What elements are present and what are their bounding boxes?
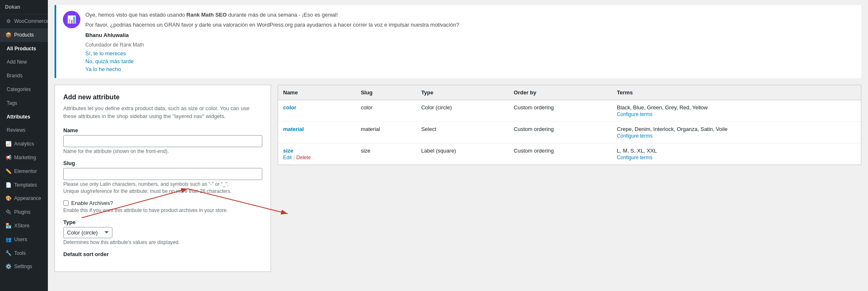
- sidebar-item-plugins[interactable]: 🔌 Plugins: [0, 205, 48, 219]
- attr-actions-2: Edit|Delete: [283, 155, 351, 160]
- settings-icon: ⚙️: [5, 263, 12, 270]
- attr-orderby-cell-1: Custom ordering: [509, 121, 612, 143]
- notice-link-later[interactable]: No, quizá más tarde: [85, 58, 855, 64]
- attr-delete-link[interactable]: Delete: [296, 155, 311, 160]
- slug-field-group: Slug Please use only Latin characters, n…: [63, 160, 262, 194]
- attr-name-cell-1: material: [278, 121, 356, 143]
- notice-link-yes[interactable]: Sí, te lo mereces: [85, 50, 855, 57]
- attr-name-cell-2: sizeEdit|Delete: [278, 143, 356, 165]
- main-content: 📊 Oye, hemos visto que has estado usando…: [48, 0, 868, 291]
- type-select[interactable]: Color (circle) Select Label (square) Tex…: [63, 227, 112, 238]
- form-title: Add new attribute: [63, 94, 262, 101]
- sidebar-item-xstore[interactable]: 🏪 XStore: [0, 219, 48, 233]
- col-slug: Slug: [356, 85, 416, 100]
- analytics-icon: 📈: [5, 141, 12, 148]
- sidebar-item-brands[interactable]: Brands: [0, 69, 48, 83]
- woocommerce-icon: ⚙: [5, 18, 12, 25]
- attr-slug-cell-1: material: [356, 121, 416, 143]
- sidebar-item-add-new[interactable]: Add New: [0, 55, 48, 69]
- type-field-group: Type Color (circle) Select Label (square…: [63, 219, 262, 245]
- sidebar-item-marketing[interactable]: 📢 Marketing: [0, 151, 48, 165]
- attr-terms-cell-0: Black, Blue, Green, Grey, Red, YellowCon…: [612, 100, 861, 121]
- default-sort-field: Default sort order: [63, 251, 262, 257]
- attr-orderby-cell-2: Custom ordering: [509, 143, 612, 165]
- sidebar-item-woocommerce[interactable]: ⚙ WooCommerce: [0, 15, 48, 28]
- notice-line2: Por favor, ¿podrías hacernos un GRAN fav…: [85, 21, 855, 29]
- attr-slug-cell-2: size: [356, 143, 416, 165]
- attr-name-link-1[interactable]: material: [283, 126, 351, 132]
- notice-line1: Oye, hemos visto que has estado usando R…: [85, 11, 855, 19]
- marketing-icon: 📢: [5, 154, 12, 161]
- attr-type-cell-2: Label (square): [416, 143, 509, 165]
- col-name: Name: [278, 85, 356, 100]
- slug-label: Slug: [63, 160, 262, 166]
- name-note: Name for the attribute (shown on the fro…: [63, 148, 262, 154]
- avatar-icon: 📊: [67, 15, 76, 24]
- tools-icon: 🔧: [5, 250, 12, 257]
- enable-archives-note: Enable this if you want this attribute t…: [63, 207, 262, 213]
- attributes-area: Add new attribute Attributes let you def…: [55, 85, 861, 272]
- name-label: Name: [63, 127, 262, 133]
- attributes-table: Name Slug Type Order by Terms colorcolor…: [278, 85, 861, 165]
- xstore-icon: 🏪: [5, 222, 12, 229]
- sidebar-item-templates[interactable]: 📄 Templates: [0, 178, 48, 192]
- col-terms: Terms: [612, 85, 861, 100]
- attr-type-cell-1: Select: [416, 121, 509, 143]
- attr-configure-link-2[interactable]: Configure terms: [617, 155, 856, 160]
- default-sort-label: Default sort order: [63, 251, 262, 257]
- sidebar: Dokan ⚙ WooCommerce 📦 Products All Produ…: [0, 0, 48, 291]
- form-description: Attributes let you define extra product …: [63, 104, 262, 121]
- plugins-icon: 🔌: [5, 209, 12, 216]
- notice-author: Bhanu Ahluwalia: [85, 31, 855, 39]
- sidebar-item-categories[interactable]: Categories: [0, 83, 48, 96]
- sidebar-item-users[interactable]: 👥 Users: [0, 233, 48, 247]
- dokan-logo-text: Dokan: [5, 4, 20, 10]
- table-row: materialmaterialSelectCustom orderingCre…: [278, 121, 861, 143]
- products-icon: 📦: [5, 32, 12, 39]
- attr-name-cell-0: color: [278, 100, 356, 121]
- type-note: Determines how this attribute's values a…: [63, 239, 262, 245]
- slug-note1: Please use only Latin characters, number…: [63, 181, 262, 187]
- notice-role: Cofundador de Rank Math: [85, 41, 855, 49]
- attr-configure-link-1[interactable]: Configure terms: [617, 133, 856, 139]
- name-input[interactable]: [63, 135, 262, 147]
- attr-orderby-cell-0: Custom ordering: [509, 100, 612, 121]
- enable-archives-label[interactable]: Enable Archives?: [71, 200, 113, 206]
- attr-name-link-2[interactable]: size: [283, 148, 351, 154]
- notice-banner: 📊 Oye, hemos visto que has estado usando…: [55, 5, 861, 78]
- sidebar-item-reviews[interactable]: Reviews: [0, 123, 48, 137]
- action-separator: |: [293, 155, 295, 160]
- attr-configure-link-0[interactable]: Configure terms: [617, 111, 856, 117]
- notice-avatar: 📊: [63, 11, 80, 28]
- sidebar-item-analytics[interactable]: 📈 Analytics: [0, 137, 48, 151]
- table-row: sizeEdit|DeletesizeLabel (square)Custom …: [278, 143, 861, 165]
- attr-terms-cell-2: L, M, S, XL, XXLConfigure terms: [612, 143, 861, 165]
- sidebar-item-products[interactable]: 📦 Products: [0, 28, 48, 42]
- sidebar-item-all-products[interactable]: All Products: [0, 42, 48, 56]
- add-attribute-form: Add new attribute Attributes let you def…: [55, 85, 271, 272]
- slug-note2: Unique slug/reference for the attribute;…: [63, 188, 262, 194]
- users-icon: 👥: [5, 236, 12, 243]
- col-order-by: Order by: [509, 85, 612, 100]
- attributes-table-wrap: Name Slug Type Order by Terms colorcolor…: [278, 85, 861, 165]
- attr-slug-cell-0: color: [356, 100, 416, 121]
- sidebar-item-attributes[interactable]: Attributes: [0, 110, 48, 124]
- sidebar-item-tools[interactable]: 🔧 Tools: [0, 247, 48, 260]
- elementor-icon: ✏️: [5, 168, 12, 175]
- col-type: Type: [416, 85, 509, 100]
- sidebar-logo: Dokan: [0, 0, 48, 15]
- sidebar-item-elementor[interactable]: ✏️ Elementor: [0, 165, 48, 178]
- enable-archives-checkbox[interactable]: [63, 200, 69, 206]
- attr-edit-link[interactable]: Edit: [283, 155, 292, 160]
- attr-type-cell-0: Color (circle): [416, 100, 509, 121]
- sidebar-item-appearance[interactable]: 🎨 Appearance: [0, 192, 48, 205]
- attr-name-link-0[interactable]: color: [283, 104, 351, 111]
- enable-archives-field: Enable Archives? Enable this if you want…: [63, 200, 262, 213]
- sidebar-item-settings[interactable]: ⚙️ Settings: [0, 260, 48, 274]
- sidebar-item-tags[interactable]: Tags: [0, 96, 48, 110]
- table-row: colorcolorColor (circle)Custom orderingB…: [278, 100, 861, 121]
- notice-link-done[interactable]: Ya lo he hecho: [85, 66, 855, 72]
- templates-icon: 📄: [5, 182, 12, 189]
- type-label: Type: [63, 219, 262, 225]
- slug-input[interactable]: [63, 168, 262, 180]
